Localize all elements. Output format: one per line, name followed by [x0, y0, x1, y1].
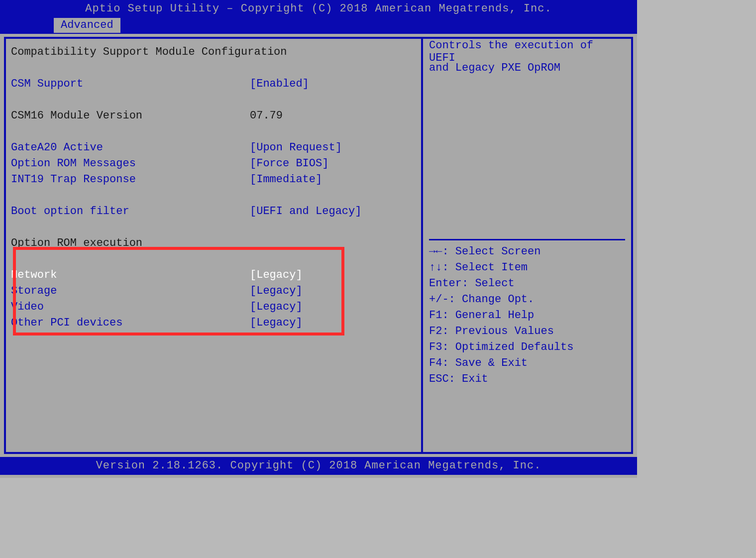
int19-value: [Immediate] [250, 173, 322, 186]
video-label: Video [11, 301, 250, 313]
setting-csm-support[interactable]: CSM Support [Enabled] [11, 76, 416, 92]
network-value: [Legacy] [250, 269, 303, 281]
hint-change-opt: +/-: Change Opt. [429, 291, 625, 307]
video-value: [Legacy] [250, 301, 303, 313]
hint-f3: F3: Optimized Defaults [429, 339, 625, 355]
setting-int19[interactable]: INT19 Trap Response [Immediate] [11, 171, 416, 187]
hint-f4: F4: Save & Exit [429, 355, 625, 371]
tab-row: Advanced [0, 18, 637, 34]
setting-storage[interactable]: Storage [Legacy] [11, 283, 416, 299]
hint-esc: ESC: Exit [429, 371, 625, 387]
int19-label: INT19 Trap Response [11, 173, 250, 186]
setting-other-pci[interactable]: Other PCI devices [Legacy] [11, 315, 416, 331]
boot-filter-label: Boot option filter [11, 205, 250, 218]
help-panel: Controls the execution of UEFI and Legac… [423, 37, 633, 454]
boot-filter-value: [UEFI and Legacy] [250, 205, 361, 218]
setting-gatea20[interactable]: GateA20 Active [Upon Request] [11, 139, 416, 155]
hint-enter: Enter: Select [429, 275, 625, 291]
setting-oprom-messages[interactable]: Option ROM Messages [Force BIOS] [11, 155, 416, 171]
oprom-messages-value: [Force BIOS] [250, 157, 328, 170]
hint-f2: F2: Previous Values [429, 323, 625, 339]
setting-network[interactable]: Network [Legacy] [11, 267, 416, 283]
storage-value: [Legacy] [250, 285, 303, 297]
csm16-version: CSM16 Module Version 07.79 [11, 108, 416, 123]
oprom-messages-label: Option ROM Messages [11, 157, 250, 170]
setting-boot-filter[interactable]: Boot option filter [UEFI and Legacy] [11, 203, 416, 219]
footer-bar: Version 2.18.1263. Copyright (C) 2018 Am… [0, 457, 637, 475]
other-pci-label: Other PCI devices [11, 317, 250, 329]
hint-select-screen: →←: Select Screen [429, 243, 625, 259]
help-divider [429, 239, 625, 240]
hint-f1: F1: General Help [429, 307, 625, 323]
other-pci-value: [Legacy] [250, 317, 303, 329]
csm16-version-label: CSM16 Module Version [11, 110, 250, 122]
tab-advanced[interactable]: Advanced [54, 18, 120, 33]
gatea20-value: [Upon Request] [250, 141, 342, 154]
network-label: Network [11, 269, 250, 281]
csm-support-value: [Enabled] [250, 78, 309, 90]
help-description-line1: Controls the execution of UEFI [429, 44, 625, 60]
setting-video[interactable]: Video [Legacy] [11, 299, 416, 315]
csm-support-label: CSM Support [11, 78, 250, 90]
oprom-exec-title: Option ROM execution [11, 235, 416, 251]
csm16-version-value: 07.79 [250, 110, 283, 122]
section-title: Compatibility Support Module Configurati… [11, 44, 416, 60]
hint-select-item: ↑↓: Select Item [429, 259, 625, 275]
title-bar: Aptio Setup Utility – Copyright (C) 2018… [0, 0, 637, 18]
gatea20-label: GateA20 Active [11, 141, 250, 154]
storage-label: Storage [11, 285, 250, 297]
settings-panel: Compatibility Support Module Configurati… [4, 37, 423, 454]
